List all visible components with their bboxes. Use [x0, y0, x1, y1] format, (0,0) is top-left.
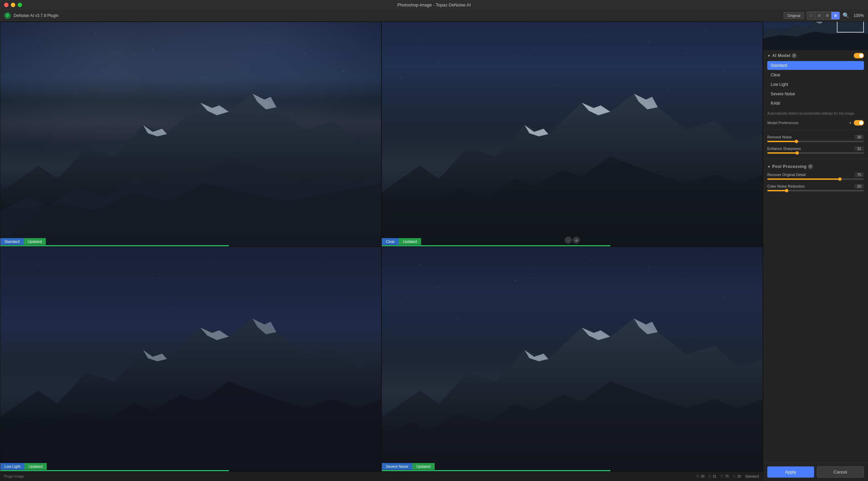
post-processing-header: ▼ Post Processing ? [763, 161, 868, 170]
color-stat: C: 20 [733, 475, 741, 478]
remove-noise-fill [767, 141, 796, 142]
model-low-light[interactable]: Low Light [767, 80, 864, 89]
window-title: Photoshop-image - Topaz DeNoise AI [397, 2, 471, 7]
remove-noise-section: Remove Noise 30 [763, 133, 868, 144]
panel-low-light: Low Light Updated [0, 247, 381, 472]
close-button[interactable] [4, 3, 8, 7]
sharp-label: S: [709, 475, 712, 478]
original-button[interactable]: Original [784, 12, 804, 19]
post-processing-info-icon[interactable]: ? [808, 164, 813, 169]
apply-button[interactable]: Apply [767, 466, 814, 478]
color-noise-value[interactable]: 20 [854, 184, 864, 189]
panel-label-low-light: Low Light Updated [0, 462, 381, 471]
enhance-sharpness-label-row: Enhance Sharpness 31 [767, 146, 864, 151]
clear-updated-label: Updated [399, 238, 421, 245]
panel-divider-icons: ○ ⊕ [565, 237, 580, 244]
recover-detail-thumb[interactable] [838, 177, 842, 181]
standard-progress [0, 245, 229, 246]
mountain-silhouette-severe-noise [382, 292, 763, 471]
recover-detail-track[interactable] [767, 178, 864, 180]
model-preferences-row: Model Preferences + [763, 119, 868, 127]
minimize-button[interactable] [11, 3, 15, 7]
view-single[interactable]: □ [807, 12, 815, 19]
color-noise-track[interactable] [767, 190, 864, 191]
traffic-lights[interactable] [4, 3, 22, 7]
post-processing-title: Post Processing [772, 164, 807, 169]
zoom-out-icon[interactable]: ○ [565, 237, 572, 244]
color-noise-label-row: Color Noise Reduction 20 [767, 184, 864, 189]
view-buttons: □ ⊟ ⊞ ⊠ [807, 12, 840, 20]
clear-progress [382, 245, 610, 246]
model-severe-noise[interactable]: Severe Noise [767, 90, 864, 98]
model-preferences-plus[interactable]: + [849, 120, 852, 126]
ai-model-info-icon[interactable]: ? [792, 53, 796, 58]
mountain-silhouette-low-light [0, 292, 381, 471]
header-controls: Original □ ⊟ ⊞ ⊠ 🔍 100% [784, 12, 864, 20]
app-name: DeNoise AI v3.7.8 Plugin [14, 13, 59, 18]
panel-label-standard: Standard Updated [0, 237, 381, 246]
model-standard[interactable]: Standard [767, 61, 864, 70]
settings-panel: ▼ AI Model ? Standard Clear Low Light Se… [763, 50, 868, 463]
enhance-sharpness-thumb[interactable] [795, 151, 799, 155]
plugin-image-label: Plugin Image [4, 475, 24, 478]
ai-model-title: AI Model [772, 53, 790, 58]
model-clear[interactable]: Clear [767, 71, 864, 79]
color-noise-thumb[interactable] [785, 189, 788, 192]
model-raw[interactable]: RAW [767, 99, 864, 108]
divider-1 [763, 130, 868, 130]
remove-noise-thumb[interactable] [795, 140, 798, 143]
mountain-image-standard [0, 22, 381, 246]
sharp-value: 31 [713, 475, 716, 478]
color-value: 20 [737, 475, 741, 478]
remove-noise-value[interactable]: 30 [854, 135, 864, 139]
enhance-sharpness-value[interactable]: 31 [854, 146, 864, 151]
ai-model-caret[interactable]: ▼ [767, 54, 771, 58]
recover-detail-value[interactable]: 75 [854, 172, 864, 177]
divider-2 [763, 158, 868, 159]
app-header: D DeNoise AI v3.7.8 Plugin Original □ ⊟ … [0, 9, 868, 22]
panel-clear: Clear Updated ○ ⊕ [381, 22, 763, 247]
remove-noise-label: Remove Noise [767, 135, 792, 139]
enhance-sharpness-fill [767, 152, 797, 154]
panel-standard: Standard Updated [0, 22, 381, 247]
cancel-button[interactable]: Cancel [817, 466, 864, 478]
noise-label: N: [696, 475, 699, 478]
recover-detail-label-row: Recover Original Detail 75 [767, 172, 864, 177]
clear-label: Clear [382, 238, 399, 245]
image-grid: Standard Updated Cl [0, 22, 763, 472]
recover-value: 75 [725, 475, 729, 478]
low-light-label: Low Light [0, 463, 24, 470]
ai-model-toggle[interactable] [854, 53, 864, 58]
auto-detect-text: Automatically detect recommended setting… [763, 110, 868, 119]
fullscreen-button[interactable] [18, 3, 22, 7]
zoom-display: 100% [853, 13, 864, 18]
right-sidebar: ▼ AI Model ? Standard Clear Low Light Se… [763, 9, 868, 481]
remove-noise-label-row: Remove Noise 30 [767, 135, 864, 139]
post-processing-caret[interactable]: ▼ [767, 165, 771, 169]
color-label: C: [733, 475, 736, 478]
mountain-image-clear [382, 22, 763, 246]
app-logo: D [4, 12, 11, 19]
severe-noise-progress [382, 470, 610, 471]
bottom-bar: Plugin Image N: 30 S: 31 R: 75 C: 20 Sta… [0, 472, 763, 481]
title-bar: Photoshop-image - Topaz DeNoise AI [0, 0, 868, 9]
noise-stat: N: 30 [696, 475, 704, 478]
view-quad[interactable]: ⊠ [831, 12, 840, 19]
low-light-progress [0, 470, 229, 471]
model-preferences-toggle[interactable] [854, 120, 864, 126]
view-split-v[interactable]: ⊞ [823, 12, 831, 19]
recover-label: R: [721, 475, 724, 478]
view-split-h[interactable]: ⊟ [815, 12, 823, 19]
zoom-in-icon[interactable]: ⊕ [573, 237, 580, 244]
sharp-stat: S: 31 [709, 475, 717, 478]
enhance-sharpness-label: Enhance Sharpness [767, 147, 801, 151]
recover-detail-fill [767, 178, 840, 180]
recover-detail-label: Recover Original Detail [767, 173, 806, 177]
remove-noise-track[interactable] [767, 141, 864, 142]
model-list: Standard Clear Low Light Severe Noise RA… [763, 60, 868, 110]
model-preferences-label: Model Preferences [767, 121, 849, 125]
panel-severe-noise: Severe Noise Updated [381, 247, 763, 472]
mountain-image-low-light [0, 247, 381, 471]
enhance-sharpness-track[interactable] [767, 152, 864, 154]
severe-noise-label: Severe Noise [382, 463, 412, 470]
